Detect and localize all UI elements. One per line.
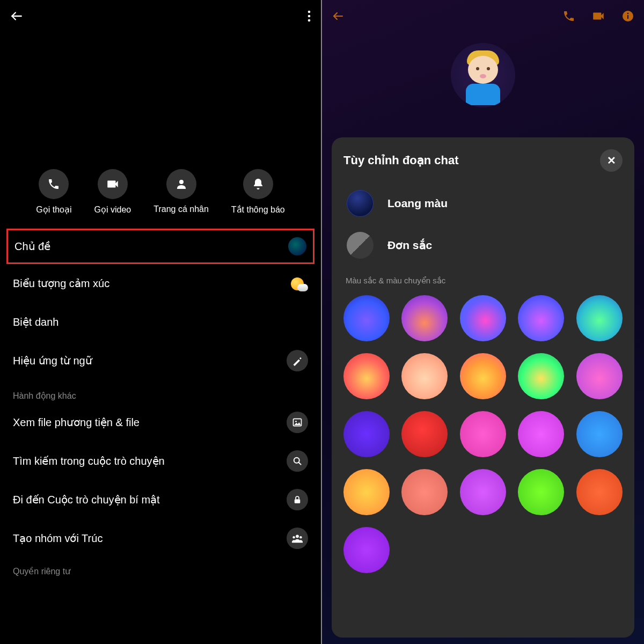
top-bar — [0, 0, 321, 32]
menu-item-emoji[interactable]: Biểu tượng cảm xúc — [13, 264, 308, 303]
video-icon[interactable] — [591, 9, 605, 23]
customize-screen: Tùy chỉnh đoạn chat ✕ Loang màu Đơn sắc … — [322, 0, 644, 644]
gradient-swatch-icon — [347, 190, 374, 217]
back-arrow-icon[interactable] — [10, 9, 24, 23]
action-video[interactable]: Gọi video — [94, 169, 131, 215]
option-gradient[interactable]: Loang màu — [343, 182, 623, 224]
color-swatch-18[interactable] — [518, 469, 564, 515]
menu-nickname-label: Biệt danh — [13, 316, 58, 328]
group-icon — [287, 528, 308, 549]
menu-item-theme[interactable]: Chủ đề — [6, 229, 314, 264]
option-solid-label: Đơn sắc — [387, 239, 432, 252]
color-swatch-11[interactable] — [401, 411, 448, 457]
menu-word-effects-label: Hiệu ứng từ ngữ — [13, 354, 92, 367]
action-mute-label: Tắt thông báo — [231, 204, 285, 215]
svg-line-8 — [299, 463, 301, 465]
action-row: Gọi thoại Gọi video Trang cá nhân Tắt th… — [0, 169, 321, 215]
option-solid[interactable]: Đơn sắc — [343, 224, 623, 266]
search-icon — [287, 450, 308, 472]
menu: Chủ đề Biểu tượng cảm xúc Biệt danh Hiệu… — [0, 229, 321, 380]
menu-media-label: Xem file phương tiện & file — [13, 416, 140, 429]
bell-icon — [243, 169, 273, 199]
menu-secret-label: Đi đến Cuộc trò chuyện bí mật — [13, 493, 160, 506]
image-icon — [287, 412, 308, 433]
color-grid — [343, 292, 623, 576]
grid-label: Màu sắc & màu chuyển sắc — [346, 276, 620, 286]
color-swatch-19[interactable] — [576, 469, 623, 515]
svg-point-2 — [308, 15, 311, 18]
color-swatch-10[interactable] — [343, 411, 390, 457]
action-profile[interactable]: Trang cá nhân — [153, 169, 209, 215]
svg-point-1 — [308, 11, 311, 13]
theme-thumb-icon — [288, 237, 306, 255]
phone-icon — [39, 169, 69, 199]
settings-screen: Gọi thoại Gọi video Trang cá nhân Tắt th… — [0, 0, 322, 644]
color-swatch-5[interactable] — [343, 353, 390, 399]
menu-item-group[interactable]: Tạo nhóm với Trúc — [13, 519, 308, 558]
menu-group-label: Tạo nhóm với Trúc — [13, 532, 103, 545]
top-right-icons — [562, 9, 634, 23]
section-other-label: Hành động khác — [0, 391, 321, 401]
color-swatch-7[interactable] — [460, 353, 506, 399]
menu-search-label: Tìm kiếm trong cuộc trò chuyện — [13, 455, 165, 467]
color-swatch-16[interactable] — [401, 469, 448, 515]
person-icon — [166, 169, 196, 199]
color-swatch-13[interactable] — [518, 411, 564, 457]
action-call[interactable]: Gọi thoại — [36, 169, 71, 215]
customize-sheet: Tùy chỉnh đoạn chat ✕ Loang màu Đơn sắc … — [332, 137, 634, 638]
menu-emoji-label: Biểu tượng cảm xúc — [13, 277, 109, 290]
svg-point-6 — [295, 421, 297, 422]
svg-point-4 — [179, 180, 184, 184]
svg-point-12 — [299, 536, 302, 538]
sheet-title: Tùy chỉnh đoạn chat — [343, 153, 459, 167]
wand-icon — [287, 350, 308, 371]
action-video-label: Gọi video — [94, 204, 131, 215]
video-icon — [98, 169, 128, 199]
phone-icon[interactable] — [562, 10, 575, 23]
menu-item-word-effects[interactable]: Hiệu ứng từ ngữ — [13, 341, 308, 380]
menu-item-search[interactable]: Tìm kiếm trong cuộc trò chuyện — [13, 442, 308, 480]
svg-point-10 — [296, 535, 299, 538]
color-swatch-20[interactable] — [343, 527, 390, 573]
svg-point-11 — [292, 536, 295, 538]
color-swatch-3[interactable] — [518, 295, 564, 341]
sheet-header: Tùy chỉnh đoạn chat ✕ — [343, 149, 623, 172]
solid-swatch-icon — [347, 232, 374, 259]
close-icon[interactable]: ✕ — [600, 149, 623, 172]
color-swatch-1[interactable] — [401, 295, 448, 341]
color-swatch-4[interactable] — [576, 295, 623, 341]
action-mute[interactable]: Tắt thông báo — [231, 169, 285, 215]
svg-rect-15 — [627, 15, 628, 19]
menu-item-secret[interactable]: Đi đến Cuộc trò chuyện bí mật — [13, 480, 308, 519]
action-profile-label: Trang cá nhân — [153, 204, 209, 214]
section-privacy-label: Quyền riêng tư — [0, 566, 321, 576]
sun-cloud-icon — [290, 274, 308, 292]
color-swatch-12[interactable] — [460, 411, 506, 457]
color-swatch-15[interactable] — [343, 469, 390, 515]
top-bar-right — [322, 0, 644, 32]
menu-item-nickname[interactable]: Biệt danh — [13, 303, 308, 341]
action-call-label: Gọi thoại — [36, 204, 71, 215]
menu-theme-label: Chủ đề — [14, 240, 50, 253]
svg-point-3 — [308, 19, 311, 22]
color-swatch-6[interactable] — [401, 353, 448, 399]
avatar — [451, 43, 515, 107]
lock-icon — [287, 489, 308, 510]
color-swatch-2[interactable] — [460, 295, 506, 341]
color-swatch-9[interactable] — [576, 353, 623, 399]
color-swatch-8[interactable] — [518, 353, 564, 399]
menu-item-media[interactable]: Xem file phương tiện & file — [13, 403, 308, 442]
svg-point-16 — [627, 13, 629, 14]
more-icon[interactable] — [307, 10, 311, 23]
menu-other: Xem file phương tiện & file Tìm kiếm tro… — [0, 403, 321, 558]
back-arrow-icon[interactable] — [332, 10, 345, 23]
color-swatch-0[interactable] — [343, 295, 390, 341]
color-swatch-17[interactable] — [460, 469, 506, 515]
info-icon[interactable] — [621, 10, 634, 23]
color-swatch-14[interactable] — [576, 411, 623, 457]
svg-rect-9 — [295, 499, 301, 503]
option-gradient-label: Loang màu — [387, 197, 448, 210]
